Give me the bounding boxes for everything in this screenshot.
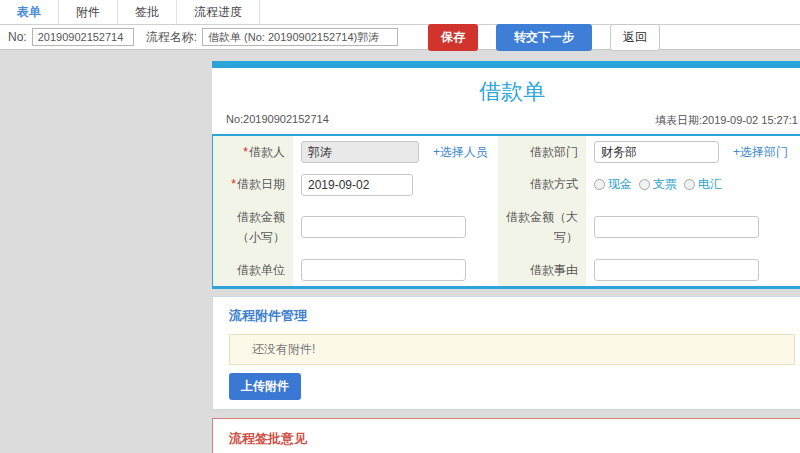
loan-reason-cell: [586, 254, 800, 286]
tab-progress[interactable]: 流程进度: [177, 0, 260, 24]
radio-button-icon[interactable]: [639, 179, 650, 190]
required-asterisk: *: [231, 174, 236, 194]
department-label: 借款部门: [498, 136, 586, 168]
loan-reason-input[interactable]: [594, 259, 759, 281]
amount-uppercase-input[interactable]: [594, 216, 759, 238]
tab-attachment[interactable]: 附件: [59, 0, 118, 24]
radio-button-icon[interactable]: [684, 179, 695, 190]
radio-cheque[interactable]: 支票: [639, 176, 677, 193]
back-button[interactable]: 返回: [610, 24, 660, 51]
amount-lowercase-cell: [293, 201, 498, 254]
radio-button-icon[interactable]: [594, 179, 605, 190]
attachments-title: 流程附件管理: [229, 307, 795, 325]
loan-reason-label: 借款事由: [498, 254, 586, 286]
loan-unit-label: 借款单位: [213, 254, 293, 286]
form-meta-row: No:20190902152714 填表日期:2019-09-02 15:27:…: [212, 110, 800, 134]
flow-name-label: 流程名称:: [146, 29, 197, 46]
loan-unit-cell: [293, 254, 498, 286]
loan-date-input[interactable]: [301, 174, 413, 196]
tab-form[interactable]: 表单: [0, 0, 59, 24]
no-label: No:: [8, 30, 27, 44]
form-date-text: 填表日期:2019-09-02 15:27:1: [655, 113, 798, 128]
loan-method-label: 借款方式: [498, 168, 586, 200]
attachments-panel: 流程附件管理 还没有附件! 上传附件: [212, 296, 800, 410]
department-input[interactable]: [594, 141, 719, 163]
page-title: 借款单: [212, 68, 800, 110]
next-step-button[interactable]: 转交下一步: [496, 24, 592, 51]
loan-date-cell: [293, 168, 498, 200]
form-table: * 借款人 +选择人员 借款部门 +选择部门 * 借款日期: [212, 134, 800, 289]
no-input[interactable]: [32, 28, 134, 46]
no-attachments-alert: 还没有附件!: [229, 334, 795, 365]
select-person-link[interactable]: +选择人员: [433, 144, 488, 161]
upload-attachment-button[interactable]: 上传附件: [229, 373, 301, 400]
loan-method-cell: 现金 支票 电汇: [586, 168, 800, 200]
loan-date-label: * 借款日期: [213, 168, 293, 200]
amount-lowercase-label: 借款金额（小写）: [213, 201, 293, 254]
flow-name-input[interactable]: [202, 28, 398, 46]
select-department-link[interactable]: +选择部门: [733, 144, 788, 161]
tab-approval[interactable]: 签批: [118, 0, 177, 24]
borrower-input[interactable]: [301, 141, 419, 163]
approval-panel: 流程签批意见 B I abc ✎ ∞ ∞ ⚑ ≡ ≡ ⇤ ⇥: [212, 418, 800, 453]
loan-unit-input[interactable]: [301, 259, 466, 281]
top-tab-bar: 表单 附件 签批 流程进度: [0, 0, 800, 25]
radio-wire-transfer[interactable]: 电汇: [684, 176, 722, 193]
form-no-text: No:20190902152714: [226, 113, 329, 128]
borrower-label: * 借款人: [213, 136, 293, 168]
amount-uppercase-cell: [586, 201, 800, 254]
content-area: 借款单 No:20190902152714 填表日期:2019-09-02 15…: [0, 50, 800, 452]
amount-lowercase-input[interactable]: [301, 216, 466, 238]
borrower-cell: +选择人员: [293, 136, 498, 168]
radio-cash[interactable]: 现金: [594, 176, 632, 193]
amount-uppercase-label: 借款金额（大写）: [498, 201, 586, 254]
command-bar: No: 流程名称: 保存 转交下一步 返回: [0, 25, 800, 50]
loan-form-panel: 借款单 No:20190902152714 填表日期:2019-09-02 15…: [212, 61, 800, 289]
department-cell: +选择部门: [586, 136, 800, 168]
approval-title: 流程签批意见: [229, 430, 795, 448]
required-asterisk: *: [243, 142, 248, 162]
save-button[interactable]: 保存: [428, 24, 478, 51]
